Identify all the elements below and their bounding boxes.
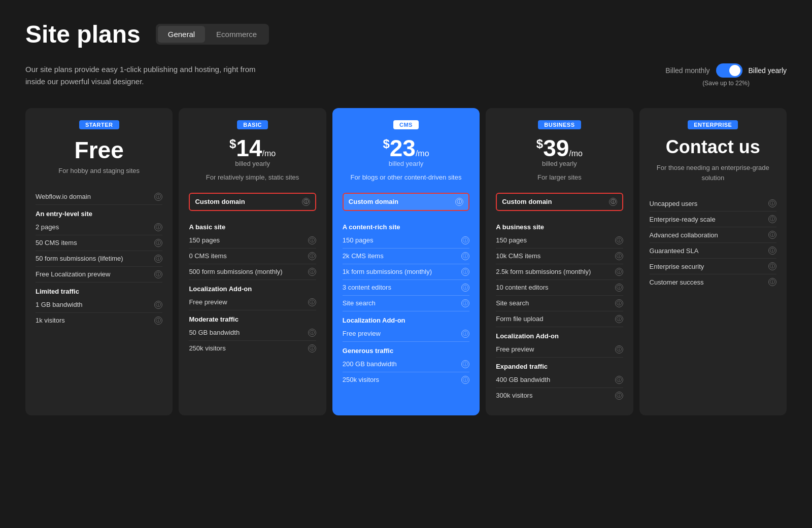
plan-price-cms: $23/mo xyxy=(343,136,469,160)
plan-badge-enterprise: ENTERPRISE xyxy=(688,120,738,129)
feature-info-icon-enterprise-2[interactable]: ⓘ xyxy=(768,231,776,239)
feature-info-icon-enterprise-3[interactable]: ⓘ xyxy=(768,247,776,255)
feature-heading-cms-8: Generous traffic xyxy=(343,342,469,357)
feature-label-business-11: 300k visitors xyxy=(496,392,532,399)
feature-row-cms-5: Site searchⓘ xyxy=(343,296,469,311)
plan-card-starter: STARTERFreeFor hobby and staging sitesWe… xyxy=(25,108,173,415)
feature-info-icon-cms-9[interactable]: ⓘ xyxy=(461,360,469,368)
subtitle-text: Our site plans provide easy 1-click publ… xyxy=(25,63,259,88)
feature-row-enterprise-2: Advanced collaborationⓘ xyxy=(650,227,776,243)
feature-heading-business-0: A business site xyxy=(496,218,623,233)
feature-info-icon-cms-1[interactable]: ⓘ xyxy=(461,236,469,244)
feature-info-icon-cms-3[interactable]: ⓘ xyxy=(461,268,469,276)
feature-info-icon-starter-3[interactable]: ⓘ xyxy=(154,239,162,247)
feature-info-icon-cms-7[interactable]: ⓘ xyxy=(461,330,469,338)
feature-heading-cms-0: A content-rich site xyxy=(343,218,469,233)
feature-row-business-10: 400 GB bandwidthⓘ xyxy=(496,372,623,388)
feature-label-basic-7: 50 GB bandwidth xyxy=(189,329,240,336)
plan-price-business: $39/mo xyxy=(496,136,623,160)
feature-info-icon-business-4[interactable]: ⓘ xyxy=(615,284,623,292)
feature-heading-basic-0: A basic site xyxy=(189,218,316,233)
feature-label-business-4: 10 content editors xyxy=(496,284,548,291)
feature-label-cms-5: Site search xyxy=(343,299,376,307)
feature-heading-basic-4: Localization Add-on xyxy=(189,280,316,295)
feature-info-icon-cms-5[interactable]: ⓘ xyxy=(461,299,469,307)
feature-row-cms-9: 200 GB bandwidthⓘ xyxy=(343,357,469,372)
feature-info-icon-cms-10[interactable]: ⓘ xyxy=(461,376,469,384)
feature-info-icon-basic-7[interactable]: ⓘ xyxy=(308,329,316,337)
feature-label-starter-4: 50 form submissions (lifetime) xyxy=(36,255,123,262)
feature-info-icon-cms-4[interactable]: ⓘ xyxy=(461,284,469,292)
feature-info-icon-basic-2[interactable]: ⓘ xyxy=(308,252,316,260)
plan-price-enterprise: Contact us xyxy=(650,136,776,158)
feature-info-icon-starter-4[interactable]: ⓘ xyxy=(154,255,162,263)
feature-info-icon-enterprise-5[interactable]: ⓘ xyxy=(768,278,776,286)
feature-row-business-6: Form file uploadⓘ xyxy=(496,311,623,327)
feature-row-starter-7: 1 GB bandwidthⓘ xyxy=(36,297,162,313)
feature-row-business-2: 10k CMS itemsⓘ xyxy=(496,249,623,264)
feature-row-enterprise-0: Uncapped usersⓘ xyxy=(650,196,776,212)
plan-desc-cms: For blogs or other content-driven sites xyxy=(343,172,469,183)
feature-info-icon-business-10[interactable]: ⓘ xyxy=(615,376,623,384)
feature-info-icon-basic-3[interactable]: ⓘ xyxy=(308,268,316,276)
feature-row-cms-4: 3 content editorsⓘ xyxy=(343,280,469,296)
feature-info-icon-basic-1[interactable]: ⓘ xyxy=(308,236,316,244)
feature-info-icon-enterprise-4[interactable]: ⓘ xyxy=(768,262,776,270)
feature-info-icon-business-1[interactable]: ⓘ xyxy=(615,236,623,244)
page-header: Site plans General Ecommerce xyxy=(25,20,787,48)
feature-info-icon-starter-2[interactable]: ⓘ xyxy=(154,223,162,231)
feature-info-icon-business-11[interactable]: ⓘ xyxy=(615,392,623,400)
plan-price-basic: $14/mo xyxy=(189,136,316,160)
feature-heading-basic-6: Moderate traffic xyxy=(189,310,316,325)
feature-info-icon-enterprise-1[interactable]: ⓘ xyxy=(768,215,776,223)
billing-toggle-switch[interactable] xyxy=(716,63,742,78)
feature-info-icon-business-8[interactable]: ⓘ xyxy=(615,345,623,354)
feature-info-icon-enterprise-0[interactable]: ⓘ xyxy=(768,199,776,207)
feature-label-enterprise-4: Enterprise security xyxy=(650,263,704,270)
feature-row-starter-3: 50 CMS itemsⓘ xyxy=(36,235,162,251)
toggle-knob xyxy=(729,65,740,76)
feature-info-icon-basic-8[interactable]: ⓘ xyxy=(308,344,316,353)
tab-ecommerce[interactable]: Ecommerce xyxy=(206,26,267,43)
plan-billed-basic: billed yearly xyxy=(189,160,316,167)
plan-price-starter: Free xyxy=(36,136,162,164)
feature-label-cms-9: 200 GB bandwidth xyxy=(343,360,397,368)
plan-desc-starter: For hobby and staging sites xyxy=(36,166,162,176)
subtitle-row: Our site plans provide easy 1-click publ… xyxy=(25,63,787,88)
feature-info-icon-business-5[interactable]: ⓘ xyxy=(615,299,623,307)
feature-info-icon-starter-7[interactable]: ⓘ xyxy=(154,301,162,309)
feature-row-basic-2: 0 CMS itemsⓘ xyxy=(189,249,316,264)
custom-domain-info-icon-basic[interactable]: ⓘ xyxy=(302,198,310,206)
feature-row-business-3: 2.5k form submissions (monthly)ⓘ xyxy=(496,264,623,280)
feature-row-basic-1: 150 pagesⓘ xyxy=(189,233,316,249)
custom-domain-info-icon-cms[interactable]: ⓘ xyxy=(455,198,463,206)
feature-label-enterprise-1: Enterprise-ready scale xyxy=(650,216,716,223)
feature-info-icon-business-6[interactable]: ⓘ xyxy=(615,315,623,323)
custom-domain-row-basic: Custom domainⓘ xyxy=(189,193,316,211)
feature-info-icon-business-2[interactable]: ⓘ xyxy=(615,252,623,260)
feature-info-icon-basic-5[interactable]: ⓘ xyxy=(308,298,316,306)
custom-domain-info-icon-business[interactable]: ⓘ xyxy=(609,198,617,206)
feature-heading-starter-1: An entry-level site xyxy=(36,205,162,220)
tab-general[interactable]: General xyxy=(158,26,205,43)
feature-label-business-10: 400 GB bandwidth xyxy=(496,376,550,383)
plan-card-enterprise: ENTERPRISEContact usFor those needing an… xyxy=(639,108,787,415)
feature-label-starter-8: 1k visitors xyxy=(36,316,65,324)
custom-domain-row-cms: Custom domainⓘ xyxy=(343,193,469,211)
feature-info-icon-starter-0[interactable]: ⓘ xyxy=(154,193,162,201)
feature-info-icon-business-3[interactable]: ⓘ xyxy=(615,268,623,276)
feature-label-basic-1: 150 pages xyxy=(189,236,220,244)
feature-row-enterprise-4: Enterprise securityⓘ xyxy=(650,259,776,274)
tab-group: General Ecommerce xyxy=(156,24,269,45)
feature-row-basic-3: 500 form submissions (monthly)ⓘ xyxy=(189,264,316,280)
feature-row-business-8: Free previewⓘ xyxy=(496,342,623,358)
feature-row-basic-7: 50 GB bandwidthⓘ xyxy=(189,325,316,341)
billing-save-label: (Save up to 22%) xyxy=(702,80,750,87)
feature-info-icon-cms-2[interactable]: ⓘ xyxy=(461,252,469,260)
billing-monthly-label: Billed monthly xyxy=(665,66,709,75)
feature-info-icon-starter-8[interactable]: ⓘ xyxy=(154,316,162,325)
feature-label-starter-7: 1 GB bandwidth xyxy=(36,301,83,308)
feature-row-cms-10: 250k visitorsⓘ xyxy=(343,372,469,388)
feature-row-starter-2: 2 pagesⓘ xyxy=(36,220,162,235)
feature-info-icon-starter-5[interactable]: ⓘ xyxy=(154,270,162,278)
